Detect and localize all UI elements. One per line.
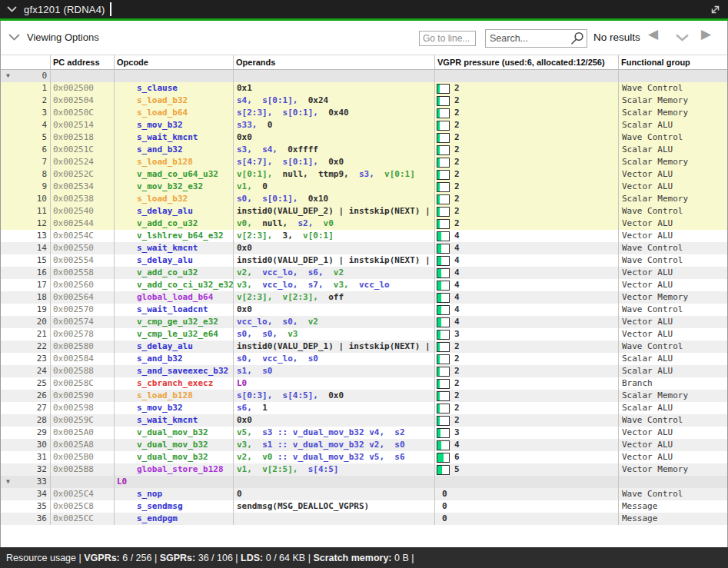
vgpr-pressure-value: 4 bbox=[454, 304, 460, 316]
operands-cell: 0x0 bbox=[234, 414, 435, 427]
asm-instruction-row[interactable]: 300x0025A8v_dual_mov_b32v3, s1 :: v_dual… bbox=[1, 439, 727, 451]
viewing-options-expander[interactable]: Viewing Options bbox=[8, 32, 99, 43]
asm-instruction-row[interactable]: 230x002584s_and_b32s0, vcc_lo, s02Scalar… bbox=[1, 353, 727, 365]
opcode: s_load_b64 bbox=[137, 108, 188, 118]
row-number: 3 bbox=[42, 108, 47, 118]
pc-address-cell: 0x002560 bbox=[51, 279, 115, 291]
row-number: 20 bbox=[37, 317, 47, 327]
asm-instruction-row[interactable]: 290x0025A0v_dual_mov_b32v5, s3 :: v_dual… bbox=[1, 427, 727, 439]
asm-instruction-row[interactable]: 200x002574v_cmp_ge_u32_e32vcc_lo, s0, v2… bbox=[1, 316, 727, 328]
asm-instruction-row[interactable]: 340x0025C4s_nop00Wave Control bbox=[1, 488, 727, 500]
vgpr-pressure-value: 2 bbox=[454, 82, 460, 95]
operands-cell bbox=[234, 476, 435, 488]
asm-instruction-row[interactable]: 30x00250Cs_load_b64s[2:3], s[0:1], 0x402… bbox=[1, 107, 727, 119]
operand-token: s[0:1], bbox=[262, 194, 308, 204]
collapse-triangle-icon[interactable]: ▼ bbox=[6, 70, 10, 82]
operands-cell: s3, s4, 0xffff bbox=[234, 144, 435, 156]
asm-instruction-row[interactable]: 350x0025C8s_sendmsgsendmsg(MSG_DEALLOC_V… bbox=[1, 500, 727, 513]
collapse-triangle-icon[interactable]: ▼ bbox=[6, 476, 10, 488]
asm-instruction-row[interactable]: 40x002514s_mov_b32s33, 02Scalar ALU bbox=[1, 119, 727, 131]
next-result-button[interactable]: ▶ bbox=[701, 28, 711, 41]
vgpr-pressure-bar bbox=[437, 428, 450, 438]
asm-instruction-row[interactable]: 160x002558v_add_co_u32v2, vcc_lo, s6, v2… bbox=[1, 267, 727, 279]
functional-group-cell: Wave Control bbox=[619, 242, 727, 254]
vgpr-pressure-cell: 0 bbox=[435, 488, 619, 500]
vgpr-pressure-cell: 2 bbox=[435, 205, 619, 218]
search-icon[interactable] bbox=[570, 32, 584, 45]
asm-instruction-row[interactable]: 110x002540s_delay_aluinstid0(VALU_DEP_2)… bbox=[1, 205, 727, 218]
goto-line-input[interactable] bbox=[419, 31, 476, 46]
asm-instruction-row[interactable]: 50x002518s_wait_kmcnt0x02Wave Control bbox=[1, 131, 727, 144]
pc-address: 0x002588 bbox=[53, 366, 94, 376]
asm-instruction-row[interactable]: 140x002550s_wait_kmcnt0x04Wave Control bbox=[1, 242, 727, 254]
opcode-cell: v_cmp_le_u32_e64 bbox=[115, 328, 234, 340]
row-number: 18 bbox=[37, 292, 47, 302]
functional-group-cell: Scalar Memory bbox=[619, 390, 727, 402]
functional-group-cell: Scalar ALU bbox=[619, 119, 727, 131]
opcode-cell: v_mov_b32_e32 bbox=[115, 181, 234, 193]
asm-instruction-row[interactable]: 260x002590s_load_b128s[0:3], s[4:5], 0x0… bbox=[1, 390, 727, 402]
asm-instruction-row[interactable]: 270x002598s_mov_b32s6, 12Scalar ALU bbox=[1, 402, 727, 414]
titlebar-divider bbox=[110, 2, 111, 16]
row-number-cell[interactable]: ▼33 bbox=[1, 476, 51, 488]
operand-token: s0 bbox=[262, 366, 272, 376]
asm-instruction-row[interactable]: 90x002534v_mov_b32_e32v1, 02Vector ALU bbox=[1, 181, 727, 193]
operands-cell: sendmsg(MSG_DEALLOC_VGPRS) bbox=[234, 500, 435, 513]
asm-instruction-row[interactable]: 220x002580s_delay_aluinstid0(VALU_DEP_1)… bbox=[1, 340, 727, 353]
asm-instruction-row[interactable]: 80x00252Cv_mad_co_u64_u32v[0:1], null, t… bbox=[1, 168, 727, 181]
opcode: s_wait_kmcnt bbox=[137, 415, 198, 425]
row-number: 11 bbox=[37, 206, 47, 216]
asm-instruction-row[interactable]: 10x002500s_clause0x12Wave Control bbox=[1, 82, 727, 95]
vgpr-pressure-cell bbox=[435, 476, 619, 488]
asm-instruction-row[interactable]: 70x002524s_load_b128s[4:7], s[0:1], 0x02… bbox=[1, 156, 727, 168]
asm-instruction-row[interactable]: 320x0025B8global_store_b128v1, v[2:5], s… bbox=[1, 463, 727, 476]
asm-instruction-row[interactable]: 20x002504s_load_b32s4, s[0:1], 0x242Scal… bbox=[1, 95, 727, 107]
asm-instruction-row[interactable]: 150x002554s_delay_aluinstid0(VALU_DEP_1)… bbox=[1, 254, 727, 267]
asm-instruction-row[interactable]: 170x002560v_add_co_ci_u32_e32v3, vcc_lo,… bbox=[1, 279, 727, 291]
asm-instruction-row[interactable]: 100x002538s_load_b32s0, s[0:1], 0x102Sca… bbox=[1, 193, 727, 205]
operand-token: v3, bbox=[334, 280, 359, 290]
asm-group-row[interactable]: ▼33L0 bbox=[1, 476, 727, 488]
asm-instruction-row[interactable]: 250x00258Cs_cbranch_execzL02Branch bbox=[1, 377, 727, 390]
opcode: s_mov_b32 bbox=[137, 120, 183, 130]
vgpr-pressure-cell: 4 bbox=[435, 242, 619, 254]
row-number-cell: 18 bbox=[1, 291, 51, 304]
pc-address: 0x0025B0 bbox=[53, 452, 94, 462]
pc-address: 0x0025A8 bbox=[53, 440, 94, 450]
pc-address: 0x00250C bbox=[53, 108, 94, 118]
chevron-down-icon[interactable] bbox=[7, 6, 17, 12]
operand-token: 0x0 bbox=[237, 304, 252, 314]
asm-instruction-row[interactable]: 120x002544v_add_co_u32v0, null, s2, v02V… bbox=[1, 218, 727, 230]
asm-instruction-row[interactable]: 60x00251Cs_and_b32s3, s4, 0xffff2Scalar … bbox=[1, 144, 727, 156]
asm-instruction-row[interactable]: 310x0025B0v_dual_mov_b32v2, v0 :: v_dual… bbox=[1, 451, 727, 463]
opcode: v_add_co_ci_u32_e32 bbox=[137, 280, 234, 290]
vgpr-pressure-cell: 2 bbox=[435, 390, 619, 402]
expand-icon[interactable] bbox=[710, 4, 721, 15]
resource-usage-text: Resource usage | VGPRs: 6 / 256 | SGPRs:… bbox=[6, 553, 414, 563]
vgpr-pressure-bar bbox=[437, 354, 450, 364]
row-number: 35 bbox=[37, 501, 47, 511]
asm-instruction-row[interactable]: 190x002570s_wait_loadcnt0x04Wave Control bbox=[1, 304, 727, 316]
column-header-functional-group: Functional group bbox=[619, 55, 727, 69]
pc-address: 0x002560 bbox=[53, 280, 94, 290]
operands-cell: 0x0 bbox=[234, 242, 435, 254]
asm-group-row[interactable]: ▼0 bbox=[1, 70, 727, 82]
asm-instruction-row[interactable]: 280x00259Cs_wait_kmcnt0x02Wave Control bbox=[1, 414, 727, 427]
asm-instruction-row[interactable]: 130x00254Cv_lshlrev_b64_e32v[2:3], 3, v[… bbox=[1, 230, 727, 242]
row-number-cell[interactable]: ▼0 bbox=[1, 70, 51, 82]
previous-result-button[interactable]: ◀ bbox=[648, 28, 658, 41]
opcode-cell: s_mov_b32 bbox=[115, 402, 234, 414]
opcode: s_load_b32 bbox=[137, 194, 188, 204]
asm-instruction-row[interactable]: 180x002564global_load_b64v[2:3], v[2:3],… bbox=[1, 291, 727, 304]
pc-address-cell: 0x002504 bbox=[51, 95, 115, 107]
operands-cell: v1, v[2:5], s[4:5] bbox=[234, 463, 435, 476]
pc-address: 0x002584 bbox=[53, 354, 94, 364]
operand-token: s3, bbox=[237, 144, 262, 154]
opcode: s_clause bbox=[137, 83, 178, 93]
chevron-down-icon[interactable] bbox=[676, 34, 689, 42]
asm-instruction-row[interactable]: 360x0025CCs_endpgm0Message bbox=[1, 513, 727, 525]
asm-instruction-row[interactable]: 210x002578v_cmp_le_u32_e64s0, s0, v33Vec… bbox=[1, 328, 727, 340]
asm-instruction-row[interactable]: 240x002588s_and_saveexec_b32s1, s02Scala… bbox=[1, 365, 727, 377]
pc-address-cell: 0x0025C4 bbox=[51, 488, 115, 500]
vgpr-pressure-value: 2 bbox=[454, 181, 460, 193]
